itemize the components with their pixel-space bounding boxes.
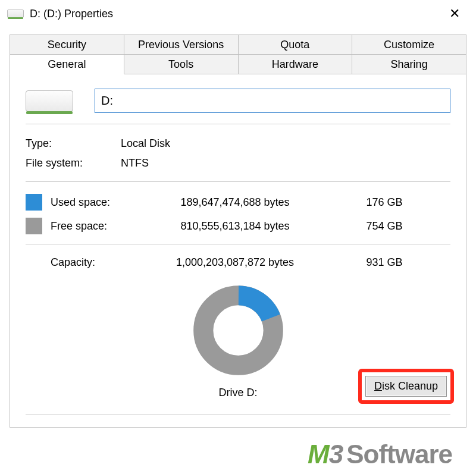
drive-info: Type: Local Disk File system: NTFS	[26, 124, 450, 181]
watermark-software: Software	[346, 440, 452, 469]
filesystem-row: File system: NTFS	[26, 153, 450, 173]
tab-general[interactable]: General	[10, 54, 124, 74]
cleanup-highlight: Disk Cleanup	[358, 369, 454, 404]
used-swatch-icon	[26, 194, 42, 211]
capacity-label: Capacity:	[51, 256, 152, 269]
type-label: Type:	[26, 137, 121, 150]
title-bar: D: (D:) Properties ✕	[0, 0, 476, 27]
free-space-label: Free space:	[51, 220, 152, 233]
free-space-bytes: 810,555,613,184 bytes	[152, 220, 318, 233]
cleanup-accel: D	[374, 380, 382, 392]
used-space-bytes: 189,647,474,688 bytes	[152, 196, 318, 209]
tab-row-upper: Security Previous Versions Quota Customi…	[10, 34, 466, 54]
space-section: Used space: 189,647,474,688 bytes 176 GB…	[26, 182, 450, 244]
tab-panel-general: Type: Local Disk File system: NTFS Used …	[10, 74, 466, 428]
tab-sharing[interactable]: Sharing	[352, 54, 466, 74]
tab-quota[interactable]: Quota	[239, 34, 353, 54]
tab-strip: Security Previous Versions Quota Customi…	[10, 34, 466, 74]
drive-name-input[interactable]	[95, 89, 450, 113]
capacity-section: Capacity: 1,000,203,087,872 bytes 931 GB…	[26, 244, 450, 409]
type-value: Local Disk	[121, 137, 170, 150]
type-row: Type: Local Disk	[26, 134, 450, 153]
used-space-human: 176 GB	[318, 196, 450, 209]
window-title: D: (D:) Properties	[30, 8, 113, 20]
tab-row-lower: General Tools Hardware Sharing	[10, 54, 466, 74]
divider	[26, 415, 450, 415]
filesystem-value: NTFS	[121, 157, 149, 169]
close-icon: ✕	[449, 6, 460, 21]
tab-previous-versions[interactable]: Previous Versions	[124, 34, 239, 54]
free-space-human: 754 GB	[318, 220, 450, 233]
title-bar-left: D: (D:) Properties	[7, 8, 113, 20]
tab-hardware[interactable]: Hardware	[239, 54, 353, 74]
drive-icon	[7, 10, 24, 18]
drive-label-row: Drive D: Disk Cleanup	[26, 378, 450, 407]
free-swatch-icon	[26, 218, 42, 234]
drive-icon	[26, 90, 73, 112]
tab-customize[interactable]: Customize	[352, 34, 466, 54]
free-space-row: Free space: 810,555,613,184 bytes 754 GB	[26, 214, 450, 238]
close-button[interactable]: ✕	[438, 2, 471, 25]
dialog-body: Security Previous Versions Quota Customi…	[0, 27, 476, 428]
watermark-m3: M3	[308, 440, 343, 469]
used-space-row: Used space: 189,647,474,688 bytes 176 GB	[26, 190, 450, 214]
filesystem-label: File system:	[26, 157, 121, 169]
disk-cleanup-button[interactable]: Disk Cleanup	[365, 376, 447, 397]
drive-name-row	[26, 89, 450, 113]
usage-chart-row	[26, 278, 450, 376]
used-space-label: Used space:	[51, 196, 152, 209]
tab-tools[interactable]: Tools	[124, 54, 239, 74]
watermark: M3 Software	[308, 440, 452, 469]
capacity-row: Capacity: 1,000,203,087,872 bytes 931 GB	[26, 253, 450, 272]
tab-security[interactable]: Security	[10, 34, 124, 54]
usage-donut-icon	[192, 284, 284, 376]
cleanup-text: isk Cleanup	[382, 380, 438, 392]
drive-label: Drive D:	[218, 387, 257, 399]
capacity-human: 931 GB	[318, 256, 450, 269]
capacity-bytes: 1,000,203,087,872 bytes	[152, 256, 318, 269]
